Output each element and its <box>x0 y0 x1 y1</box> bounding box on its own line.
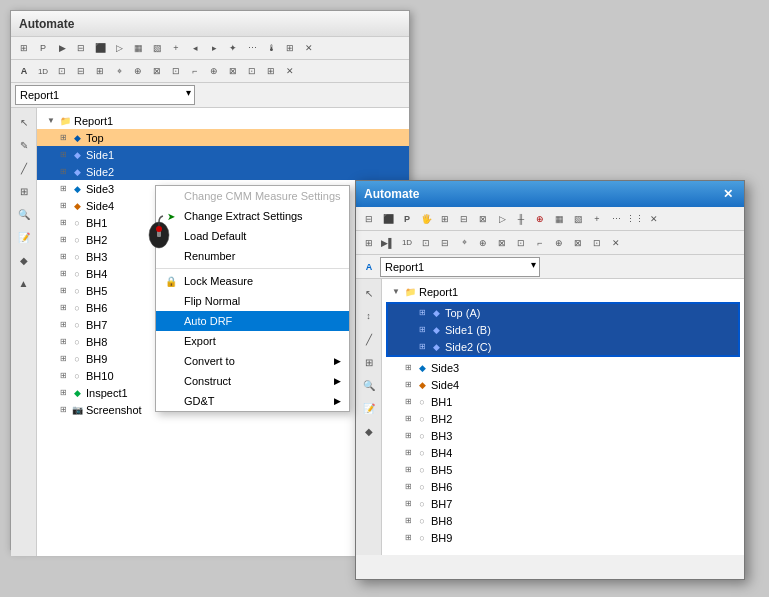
bg-icon-b2[interactable]: ⊟ <box>72 62 90 80</box>
fg-tb2-icon9[interactable]: ⊕ <box>550 234 568 252</box>
context-menu-item-construct[interactable]: Construct ▶ <box>156 371 349 391</box>
fg-expander-report1[interactable]: ▼ <box>390 286 402 298</box>
toolbar-icon-arrow[interactable]: ▶ <box>53 39 71 57</box>
bg-left-icon-measure[interactable]: ⊞ <box>14 181 34 201</box>
expander-side2[interactable]: ⊞ <box>57 166 69 178</box>
fg-tree-item-side4[interactable]: ⊞ ◆ Side4 <box>382 376 744 393</box>
context-menu-item-change-extract[interactable]: ➤ Change Extract Settings <box>156 206 349 226</box>
expander-bh3[interactable]: ⊞ <box>57 251 69 263</box>
context-menu-item-convert-to[interactable]: Convert to ▶ <box>156 351 349 371</box>
fg-tree-item-bh2[interactable]: ⊞ ○ BH2 <box>382 410 744 427</box>
fg-tb1-play[interactable]: ▷ <box>493 210 511 228</box>
bg-icon-b5[interactable]: ⊕ <box>129 62 147 80</box>
fg-tb1-x[interactable]: ✕ <box>645 210 663 228</box>
expander-inspect1[interactable]: ⊞ <box>57 387 69 399</box>
fg-expander-bh5[interactable]: ⊞ <box>402 464 414 476</box>
fg-tb2-icon1[interactable]: ⊞ <box>360 234 378 252</box>
fg-tb1-icon8[interactable]: ⊕ <box>531 210 549 228</box>
expander-top[interactable]: ⊞ <box>57 132 69 144</box>
context-menu-item-lock-measure[interactable]: 🔒 Lock Measure <box>156 271 349 291</box>
fg-tb1-icon6[interactable]: ⊠ <box>474 210 492 228</box>
fg-expander-bh2[interactable]: ⊞ <box>402 413 414 425</box>
toolbar-icon-cross[interactable]: ✦ <box>224 39 242 57</box>
fg-expander-side1[interactable]: ⊞ <box>416 324 428 336</box>
expander-bh2[interactable]: ⊞ <box>57 234 69 246</box>
expander-bh4[interactable]: ⊞ <box>57 268 69 280</box>
bg-icon-b4[interactable]: ⌖ <box>110 62 128 80</box>
fg-tb2-1d[interactable]: 1D <box>398 234 416 252</box>
bg-icon-b10[interactable]: ⊠ <box>224 62 242 80</box>
context-menu-item-auto-drf[interactable]: Auto DRF <box>156 311 349 331</box>
fg-tree-item-bh9[interactable]: ⊞ ○ BH9 <box>382 529 744 546</box>
fg-left-icon2[interactable]: ↕ <box>359 306 379 326</box>
expander-bh7[interactable]: ⊞ <box>57 319 69 331</box>
fg-expander-bh9[interactable]: ⊞ <box>402 532 414 544</box>
bg-report-dropdown[interactable]: Report1 <box>15 85 195 105</box>
fg-expander-side3[interactable]: ⊞ <box>402 362 414 374</box>
fg-tb1-p[interactable]: P <box>398 210 416 228</box>
bg-icon-1d[interactable]: 1D <box>34 62 52 80</box>
fg-tb2-play[interactable]: ▶▌ <box>379 234 397 252</box>
expander-bh9[interactable]: ⊞ <box>57 353 69 365</box>
context-menu-item-change-cmm[interactable]: Change CMM Measure Settings <box>156 186 349 206</box>
fg-tb1-icon7[interactable]: ╫ <box>512 210 530 228</box>
fg-tb2-icon11[interactable]: ⊡ <box>588 234 606 252</box>
expander-bh1[interactable]: ⊞ <box>57 217 69 229</box>
toolbar-icon-box[interactable]: ⬛ <box>91 39 109 57</box>
bg-icon-b11[interactable]: ⊡ <box>243 62 261 80</box>
fg-tree-item-side1[interactable]: ⊞ ◆ Side1 (B) <box>388 321 738 338</box>
fg-tree-item-bh1[interactable]: ⊞ ○ BH1 <box>382 393 744 410</box>
expander-report1[interactable]: ▼ <box>45 115 57 127</box>
fg-tree-item-top[interactable]: ⊞ ◆ Top (A) <box>388 304 738 321</box>
bg-left-icon-triangle[interactable]: ▲ <box>14 273 34 293</box>
context-menu-item-gdt[interactable]: GD&T ▶ <box>156 391 349 411</box>
fg-tb2-icon10[interactable]: ⊠ <box>569 234 587 252</box>
bg-left-icon-search[interactable]: 🔍 <box>14 204 34 224</box>
fg-tree-item-bh7[interactable]: ⊞ ○ BH7 <box>382 495 744 512</box>
bg-icon-b12[interactable]: ⊞ <box>262 62 280 80</box>
fg-tb1-icon4[interactable]: ⊞ <box>436 210 454 228</box>
toolbar-icon-right2[interactable]: ▸ <box>205 39 223 57</box>
expander-screenshot[interactable]: ⊞ <box>57 404 69 416</box>
toolbar-icon-grid[interactable]: ⊞ <box>15 39 33 57</box>
fg-tb2-icon5[interactable]: ⊕ <box>474 234 492 252</box>
toolbar-icon-play[interactable]: ▷ <box>110 39 128 57</box>
expander-side1[interactable]: ⊞ <box>57 149 69 161</box>
fg-tb3-a[interactable]: A <box>360 258 378 276</box>
fg-tree-item-bh5[interactable]: ⊞ ○ BH5 <box>382 461 744 478</box>
expander-side3[interactable]: ⊞ <box>57 183 69 195</box>
fg-tb2-icon3[interactable]: ⊟ <box>436 234 454 252</box>
toolbar-icon-x[interactable]: ✕ <box>300 39 318 57</box>
fg-tree-item-side3[interactable]: ⊞ ◆ Side3 <box>382 359 744 376</box>
expander-bh10[interactable]: ⊞ <box>57 370 69 382</box>
fg-tb2-icon6[interactable]: ⊠ <box>493 234 511 252</box>
fg-tb1-icon3[interactable]: 🖐 <box>417 210 435 228</box>
bg-icon-b8[interactable]: ⌐ <box>186 62 204 80</box>
tree-item-report1[interactable]: ▼ 📁 Report1 <box>37 112 409 129</box>
fg-expander-bh3[interactable]: ⊞ <box>402 430 414 442</box>
bg-left-icon-cursor[interactable]: ↖ <box>14 112 34 132</box>
fg-report-dropdown-wrapper[interactable]: Report1 <box>380 257 540 277</box>
fg-tb2-icon2[interactable]: ⊡ <box>417 234 435 252</box>
context-menu-item-load-default[interactable]: Load Default <box>156 226 349 246</box>
context-menu-item-renumber[interactable]: Renumber <box>156 246 349 266</box>
fg-tb2-icon8[interactable]: ⌐ <box>531 234 549 252</box>
bg-left-icon-shape[interactable]: ◆ <box>14 250 34 270</box>
fg-expander-bh6[interactable]: ⊞ <box>402 481 414 493</box>
toolbar-icon-p[interactable]: P <box>34 39 52 57</box>
toolbar-icon-left[interactable]: ◂ <box>186 39 204 57</box>
fg-tree-item-bh3[interactable]: ⊞ ○ BH3 <box>382 427 744 444</box>
fg-tb1-icon10[interactable]: ▧ <box>569 210 587 228</box>
expander-side4[interactable]: ⊞ <box>57 200 69 212</box>
fg-tb1-icon1[interactable]: ⊟ <box>360 210 378 228</box>
fg-expander-side4[interactable]: ⊞ <box>402 379 414 391</box>
fg-tb1-icon9[interactable]: ▦ <box>550 210 568 228</box>
fg-expander-bh1[interactable]: ⊞ <box>402 396 414 408</box>
fg-close-button[interactable]: ✕ <box>720 186 736 202</box>
tree-item-top[interactable]: ⊞ ◆ Top <box>37 129 409 146</box>
fg-left-icon1[interactable]: ↖ <box>359 283 379 303</box>
fg-tb1-plus[interactable]: + <box>588 210 606 228</box>
toolbar-icon-striped[interactable]: ▦ <box>129 39 147 57</box>
fg-report-dropdown[interactable]: Report1 <box>380 257 540 277</box>
bg-icon-b13[interactable]: ✕ <box>281 62 299 80</box>
